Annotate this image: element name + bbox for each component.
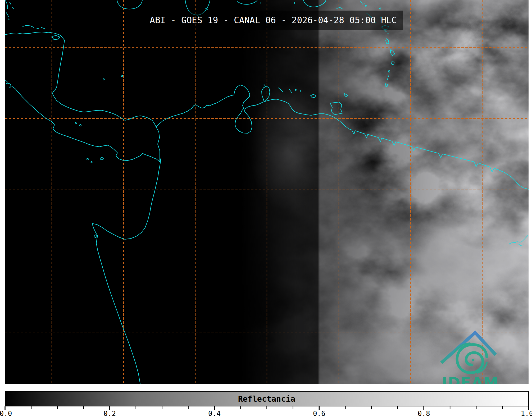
colorbar-tick-label: 0.6 (313, 410, 325, 417)
terminator-seam (318, 0, 319, 384)
colorbar-ticks (5, 406, 529, 410)
satellite-viewer: ABI - GOES 19 - CANAL 06 - 2026-04-28 05… (0, 0, 532, 417)
colorbar-tick-label: 1.0 (521, 410, 532, 417)
map-area: ABI - GOES 19 - CANAL 06 - 2026-04-28 05… (5, 0, 529, 391)
ideam-logo-text: IDEAM (442, 374, 499, 391)
image-title: ABI - GOES 19 - CANAL 06 - 2026-04-28 05… (150, 15, 397, 25)
colorbar: Reflectancia 0.00.20.40.60.81.0 (0, 391, 532, 417)
colorbar-tick-label: 0.8 (418, 410, 430, 417)
colorbar-tick-labels: 0.00.20.40.60.81.0 (0, 410, 532, 417)
colorbar-label: Reflectancia (238, 394, 295, 404)
colorbar-tick-label: 0.2 (103, 410, 116, 417)
colorbar-tick-label: 0.0 (0, 410, 12, 417)
colorbar-tick-label: 0.4 (208, 410, 221, 417)
satellite-image-canvas: ABI - GOES 19 - CANAL 06 - 2026-04-28 05… (0, 0, 532, 417)
